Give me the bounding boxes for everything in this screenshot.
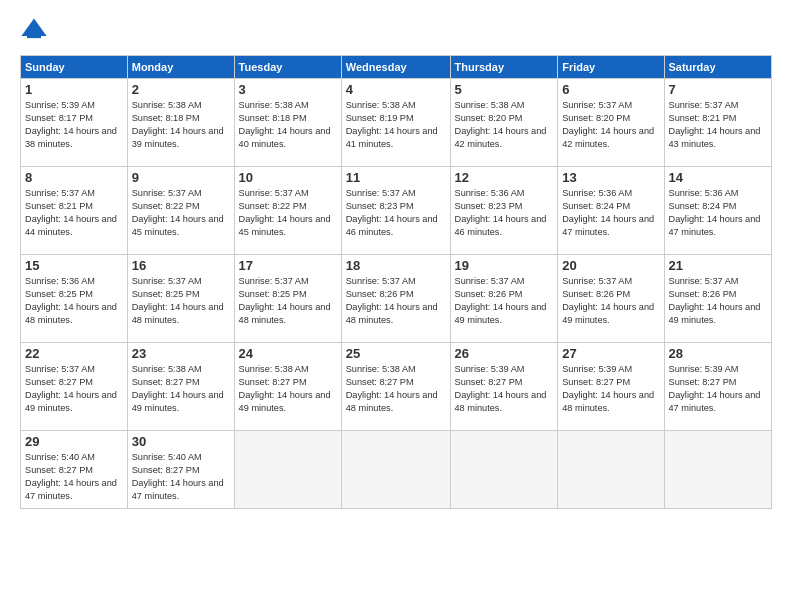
col-header-wednesday: Wednesday [341, 56, 450, 79]
logo [20, 15, 52, 43]
calendar-header-row: SundayMondayTuesdayWednesdayThursdayFrid… [21, 56, 772, 79]
day-number: 30 [132, 434, 230, 449]
day-number: 2 [132, 82, 230, 97]
svg-rect-1 [27, 35, 41, 39]
day-info: Sunrise: 5:36 AMSunset: 8:25 PMDaylight:… [25, 275, 123, 327]
page: SundayMondayTuesdayWednesdayThursdayFrid… [0, 0, 792, 612]
week-row-3: 22Sunrise: 5:37 AMSunset: 8:27 PMDayligh… [21, 343, 772, 431]
logo-icon [20, 15, 48, 43]
calendar-cell: 12Sunrise: 5:36 AMSunset: 8:23 PMDayligh… [450, 167, 558, 255]
calendar-cell: 8Sunrise: 5:37 AMSunset: 8:21 PMDaylight… [21, 167, 128, 255]
day-info: Sunrise: 5:37 AMSunset: 8:23 PMDaylight:… [346, 187, 446, 239]
calendar-cell: 29Sunrise: 5:40 AMSunset: 8:27 PMDayligh… [21, 431, 128, 509]
day-number: 12 [455, 170, 554, 185]
day-number: 25 [346, 346, 446, 361]
calendar-cell [234, 431, 341, 509]
day-number: 24 [239, 346, 337, 361]
day-info: Sunrise: 5:39 AMSunset: 8:17 PMDaylight:… [25, 99, 123, 151]
day-info: Sunrise: 5:36 AMSunset: 8:23 PMDaylight:… [455, 187, 554, 239]
calendar-cell: 16Sunrise: 5:37 AMSunset: 8:25 PMDayligh… [127, 255, 234, 343]
calendar-cell: 3Sunrise: 5:38 AMSunset: 8:18 PMDaylight… [234, 79, 341, 167]
day-number: 13 [562, 170, 659, 185]
svg-marker-0 [21, 19, 46, 37]
day-info: Sunrise: 5:39 AMSunset: 8:27 PMDaylight:… [455, 363, 554, 415]
calendar-cell: 18Sunrise: 5:37 AMSunset: 8:26 PMDayligh… [341, 255, 450, 343]
day-info: Sunrise: 5:40 AMSunset: 8:27 PMDaylight:… [25, 451, 123, 503]
week-row-1: 8Sunrise: 5:37 AMSunset: 8:21 PMDaylight… [21, 167, 772, 255]
col-header-sunday: Sunday [21, 56, 128, 79]
day-number: 11 [346, 170, 446, 185]
day-number: 6 [562, 82, 659, 97]
calendar-cell: 23Sunrise: 5:38 AMSunset: 8:27 PMDayligh… [127, 343, 234, 431]
calendar-cell: 22Sunrise: 5:37 AMSunset: 8:27 PMDayligh… [21, 343, 128, 431]
day-number: 28 [669, 346, 768, 361]
day-number: 10 [239, 170, 337, 185]
calendar-cell: 9Sunrise: 5:37 AMSunset: 8:22 PMDaylight… [127, 167, 234, 255]
day-info: Sunrise: 5:38 AMSunset: 8:20 PMDaylight:… [455, 99, 554, 151]
day-number: 26 [455, 346, 554, 361]
day-number: 4 [346, 82, 446, 97]
day-info: Sunrise: 5:39 AMSunset: 8:27 PMDaylight:… [669, 363, 768, 415]
calendar-cell [450, 431, 558, 509]
calendar-cell: 25Sunrise: 5:38 AMSunset: 8:27 PMDayligh… [341, 343, 450, 431]
day-number: 15 [25, 258, 123, 273]
calendar-cell: 30Sunrise: 5:40 AMSunset: 8:27 PMDayligh… [127, 431, 234, 509]
calendar-cell: 1Sunrise: 5:39 AMSunset: 8:17 PMDaylight… [21, 79, 128, 167]
calendar-cell: 13Sunrise: 5:36 AMSunset: 8:24 PMDayligh… [558, 167, 664, 255]
calendar-cell: 17Sunrise: 5:37 AMSunset: 8:25 PMDayligh… [234, 255, 341, 343]
day-number: 17 [239, 258, 337, 273]
calendar-cell: 7Sunrise: 5:37 AMSunset: 8:21 PMDaylight… [664, 79, 772, 167]
day-info: Sunrise: 5:37 AMSunset: 8:26 PMDaylight:… [562, 275, 659, 327]
calendar-cell: 2Sunrise: 5:38 AMSunset: 8:18 PMDaylight… [127, 79, 234, 167]
day-info: Sunrise: 5:37 AMSunset: 8:27 PMDaylight:… [25, 363, 123, 415]
calendar-cell: 26Sunrise: 5:39 AMSunset: 8:27 PMDayligh… [450, 343, 558, 431]
day-number: 16 [132, 258, 230, 273]
day-info: Sunrise: 5:38 AMSunset: 8:27 PMDaylight:… [132, 363, 230, 415]
day-info: Sunrise: 5:36 AMSunset: 8:24 PMDaylight:… [562, 187, 659, 239]
day-number: 5 [455, 82, 554, 97]
day-number: 23 [132, 346, 230, 361]
day-number: 29 [25, 434, 123, 449]
day-info: Sunrise: 5:37 AMSunset: 8:25 PMDaylight:… [239, 275, 337, 327]
col-header-friday: Friday [558, 56, 664, 79]
calendar-cell: 15Sunrise: 5:36 AMSunset: 8:25 PMDayligh… [21, 255, 128, 343]
day-info: Sunrise: 5:39 AMSunset: 8:27 PMDaylight:… [562, 363, 659, 415]
calendar-cell: 28Sunrise: 5:39 AMSunset: 8:27 PMDayligh… [664, 343, 772, 431]
day-number: 18 [346, 258, 446, 273]
day-number: 22 [25, 346, 123, 361]
day-info: Sunrise: 5:36 AMSunset: 8:24 PMDaylight:… [669, 187, 768, 239]
day-info: Sunrise: 5:37 AMSunset: 8:20 PMDaylight:… [562, 99, 659, 151]
week-row-0: 1Sunrise: 5:39 AMSunset: 8:17 PMDaylight… [21, 79, 772, 167]
col-header-thursday: Thursday [450, 56, 558, 79]
day-info: Sunrise: 5:38 AMSunset: 8:27 PMDaylight:… [346, 363, 446, 415]
col-header-saturday: Saturday [664, 56, 772, 79]
calendar-cell: 19Sunrise: 5:37 AMSunset: 8:26 PMDayligh… [450, 255, 558, 343]
day-number: 9 [132, 170, 230, 185]
day-info: Sunrise: 5:37 AMSunset: 8:22 PMDaylight:… [239, 187, 337, 239]
col-header-monday: Monday [127, 56, 234, 79]
day-number: 27 [562, 346, 659, 361]
header [20, 15, 772, 43]
calendar-cell [558, 431, 664, 509]
day-number: 8 [25, 170, 123, 185]
calendar-cell: 21Sunrise: 5:37 AMSunset: 8:26 PMDayligh… [664, 255, 772, 343]
day-info: Sunrise: 5:37 AMSunset: 8:26 PMDaylight:… [669, 275, 768, 327]
calendar-cell [664, 431, 772, 509]
day-info: Sunrise: 5:37 AMSunset: 8:26 PMDaylight:… [455, 275, 554, 327]
calendar-cell: 10Sunrise: 5:37 AMSunset: 8:22 PMDayligh… [234, 167, 341, 255]
day-info: Sunrise: 5:38 AMSunset: 8:27 PMDaylight:… [239, 363, 337, 415]
day-number: 14 [669, 170, 768, 185]
week-row-2: 15Sunrise: 5:36 AMSunset: 8:25 PMDayligh… [21, 255, 772, 343]
day-info: Sunrise: 5:37 AMSunset: 8:25 PMDaylight:… [132, 275, 230, 327]
day-number: 19 [455, 258, 554, 273]
day-number: 7 [669, 82, 768, 97]
col-header-tuesday: Tuesday [234, 56, 341, 79]
calendar-cell: 14Sunrise: 5:36 AMSunset: 8:24 PMDayligh… [664, 167, 772, 255]
day-number: 3 [239, 82, 337, 97]
calendar-cell: 20Sunrise: 5:37 AMSunset: 8:26 PMDayligh… [558, 255, 664, 343]
calendar-cell: 11Sunrise: 5:37 AMSunset: 8:23 PMDayligh… [341, 167, 450, 255]
week-row-4: 29Sunrise: 5:40 AMSunset: 8:27 PMDayligh… [21, 431, 772, 509]
day-info: Sunrise: 5:37 AMSunset: 8:21 PMDaylight:… [669, 99, 768, 151]
calendar-cell: 4Sunrise: 5:38 AMSunset: 8:19 PMDaylight… [341, 79, 450, 167]
day-number: 21 [669, 258, 768, 273]
